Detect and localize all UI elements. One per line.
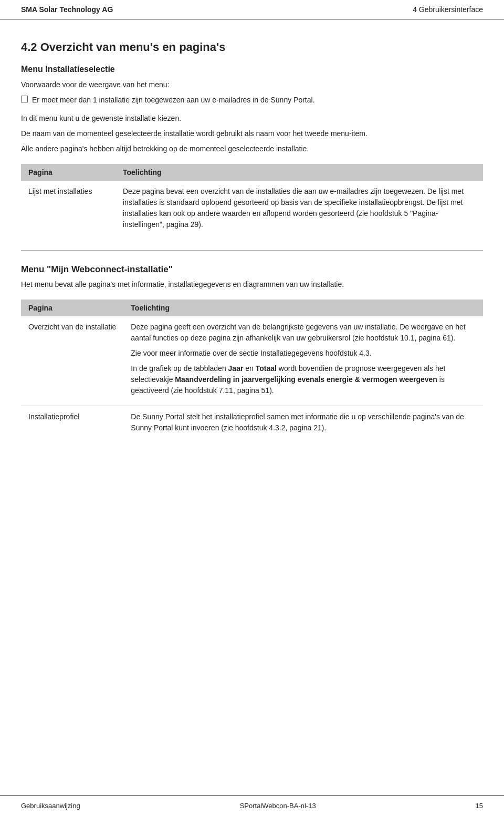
table-row: Installatieprofiel De Sunny Portal stelt… xyxy=(21,406,483,439)
page-container: SMA Solar Technology AG 4 Gebruikersinte… xyxy=(0,0,504,816)
table2: Pagina Toelichting Overzicht van de inst… xyxy=(21,299,483,439)
table1-col2-header: Toelichting xyxy=(116,164,483,181)
checkbox-text: Er moet meer dan 1 installatie zijn toeg… xyxy=(32,95,315,106)
page-footer: Gebruiksaanwijzing SPortalWebcon-BA-nl-1… xyxy=(0,795,504,816)
company-name: SMA Solar Technology AG xyxy=(21,5,113,14)
checkbox-icon xyxy=(21,96,28,102)
footer-right: 15 xyxy=(476,802,483,810)
table2-row1-col1: Overzicht van de installatie xyxy=(21,316,123,406)
prerequisite-block: Voorwaarde voor de weergave van het menu… xyxy=(21,79,483,106)
section-heading: 4.2 Overzicht van menu's en pagina's xyxy=(21,40,483,54)
chapter-label: 4 Gebruikersinterface xyxy=(413,5,483,14)
table2-row1-col2: Deze pagina geeft een overzicht van de b… xyxy=(123,316,483,406)
table2-col2-header: Toelichting xyxy=(123,299,483,316)
table2-col1-header: Pagina xyxy=(21,299,123,316)
table1-col1-header: Pagina xyxy=(21,164,116,181)
bold-maandverdeling: Maandverdeling in jaarvergelijking evena… xyxy=(175,375,437,384)
table-row: Overzicht van de installatie Deze pagina… xyxy=(21,316,483,406)
menu2-heading: Menu "Mijn Webconnect-installatie" xyxy=(21,264,483,275)
table-row: Lijst met installaties Deze pagina bevat… xyxy=(21,181,483,235)
main-content: 4.2 Overzicht van menu's en pagina's Men… xyxy=(0,19,504,495)
table1-divider xyxy=(21,250,483,251)
footer-left: Gebruiksaanwijzing xyxy=(21,802,80,810)
bold-totaal: Totaal xyxy=(256,364,277,373)
checkbox-line: Er moet meer dan 1 installatie zijn toeg… xyxy=(21,95,483,106)
page-header: SMA Solar Technology AG 4 Gebruikersinte… xyxy=(0,0,504,19)
table2-row1-part2: Zie voor meer informatie over de sectie … xyxy=(131,348,476,359)
table2-row2-col1: Installatieprofiel xyxy=(21,406,123,439)
table1-row1-col1: Lijst met installaties xyxy=(21,181,116,235)
footer-center: SPortalWebcon-BA-nl-13 xyxy=(240,802,316,810)
menu1-para1: In dit menu kunt u de gewenste installat… xyxy=(21,113,483,124)
menu2-para: Het menu bevat alle pagina's met informa… xyxy=(21,279,483,290)
table2-row1-part3: In de grafiek op de tabbladen Jaar en To… xyxy=(131,363,476,396)
prerequisite-label: Voorwaarde voor de weergave van het menu… xyxy=(21,79,483,90)
table1: Pagina Toelichting Lijst met installatie… xyxy=(21,164,483,235)
menu1-para2: De naam van de momenteel geselecteerde i… xyxy=(21,128,483,139)
bold-jaar: Jaar xyxy=(228,364,244,373)
table2-row2-col2: De Sunny Portal stelt het installatiepro… xyxy=(123,406,483,439)
menu1-para3: Alle andere pagina's hebben altijd betre… xyxy=(21,143,483,154)
menu1-heading: Menu Installatieselectie xyxy=(21,65,483,74)
table1-row1-col2: Deze pagina bevat een overzicht van de i… xyxy=(116,181,483,235)
table2-row1-part1: Deze pagina geeft een overzicht van de b… xyxy=(131,322,476,344)
